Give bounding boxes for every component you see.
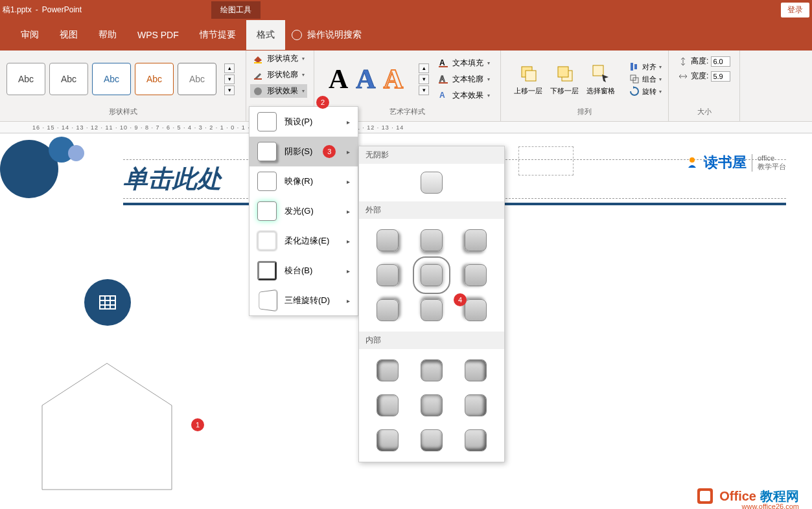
shadow-inner-8[interactable] [421,429,443,451]
shadow-inner-3[interactable] [465,359,487,381]
pen-icon [253,70,263,80]
tell-me-search[interactable]: 操作说明搜索 [292,29,362,41]
shadow-outer-8[interactable] [421,299,443,321]
shadow-outer-7[interactable] [377,299,399,321]
table-icon-circle[interactable] [84,279,131,326]
outer-header: 外部 [359,201,504,219]
menu-reflection[interactable]: 映像(R) ▸ [249,166,358,196]
bring-forward-icon [518,63,539,84]
text-outline-button[interactable]: A文本轮廓▾ [435,73,493,86]
doc-name: 稿1.pptx [3,5,32,16]
bring-forward-button[interactable]: 上移一层 [511,62,545,97]
shadow-none[interactable] [421,172,443,194]
ruler[interactable]: 16 · 15 · 14 · 13 · 12 · 11 · 10 · 9 · 8… [0,122,812,133]
shadow-outer-5[interactable] [421,264,443,286]
spin-up-icon[interactable]: ▴ [224,63,235,73]
shape-outline-button[interactable]: 形状轮廓 ▾ [250,68,307,82]
spin-up-icon[interactable]: ▴ [419,63,429,73]
wordart-style-2[interactable]: A [356,63,375,95]
spin-down-icon[interactable]: ▾ [419,74,429,84]
bevel-icon [257,261,277,280]
group-arrange: 上移一层 下移一层 选择窗格 对齐▾ 组合▾ 旋转▾ 排列 [501,51,669,121]
menu-bevel[interactable]: 棱台(B) ▸ [249,256,358,286]
spin-down-icon[interactable]: ▾ [224,74,235,84]
text-effects-button[interactable]: A文本效果▾ [435,89,493,102]
shadow-inner-5[interactable] [421,394,443,416]
shadow-outer-9[interactable] [465,299,487,321]
step-badge-3: 3 [323,145,336,158]
menu-soft-edges[interactable]: 柔化边缘(E) ▸ [249,226,358,256]
watermark-url: www.office26.com [742,503,799,509]
shape-style-1[interactable]: Abc [6,63,45,95]
menu-3d-rotation[interactable]: 三维旋转(D) ▸ [249,286,358,315]
wordart-spinner[interactable]: ▴ ▾ ▾ [419,63,429,95]
style-gallery-spinner[interactable]: ▴ ▾ ▾ [224,63,235,95]
tell-me-label: 操作说明搜索 [307,29,362,41]
shadow-inner-4[interactable] [377,394,399,416]
shadow-outer-1[interactable] [377,229,399,251]
shadow-outer-6[interactable] [465,264,487,286]
placeholder-1[interactable] [518,146,574,175]
text-fill-button[interactable]: A文本填充▾ [435,56,493,70]
wordart-gallery[interactable]: A A A [318,58,413,100]
wordart-style-3[interactable]: A [384,63,403,95]
shadow-inner-9[interactable] [465,429,487,451]
shape-effects-menu: 预设(P) ▸ 阴影(S) 3 ▸ 映像(R) ▸ 发光(G) ▸ 柔化边缘(E… [249,106,358,316]
group-button[interactable]: 组合▾ [629,74,662,84]
shadow-outer-4[interactable] [377,264,399,286]
tab-wps[interactable]: WPS PDF [127,21,189,49]
shadow-outer-2[interactable] [421,229,443,251]
shape-style-4[interactable]: Abc [135,63,174,95]
rotate-button[interactable]: 旋转▾ [629,86,662,96]
preset-icon [257,112,277,131]
selection-pane-button[interactable]: 选择窗格 [584,62,618,97]
bulb-icon [292,30,302,40]
tab-format[interactable]: 格式 [246,20,285,50]
svg-text:A: A [439,58,445,67]
effects-icon [253,86,263,96]
shape-style-gallery[interactable]: Abc Abc Abc Abc Abc [4,60,219,98]
text-fill-icon: A [438,58,448,68]
submenu-arrow-icon: ▸ [347,119,350,126]
shadow-inner-6[interactable] [465,394,487,416]
menu-preset[interactable]: 预设(P) ▸ [249,107,358,137]
inner-header: 内部 [359,332,504,349]
shape-style-2[interactable]: Abc [49,63,88,95]
submenu-arrow-icon: ▸ [347,178,350,185]
pentagon-shape[interactable] [39,360,175,496]
spin-more-icon[interactable]: ▾ [419,85,429,95]
height-icon [678,56,688,67]
login-button[interactable]: 登录 [781,3,809,17]
shape-style-3[interactable]: Abc [92,63,131,95]
shadow-inner-2[interactable] [421,359,443,381]
menu-glow[interactable]: 发光(G) ▸ [249,196,358,226]
svg-rect-4 [439,66,448,67]
text-outline-icon: A [438,74,448,84]
tab-review[interactable]: 审阅 [10,20,49,50]
shape-fill-button[interactable]: 形状填充 ▾ [250,52,307,65]
rotation-3d-icon [259,289,278,311]
tab-story[interactable]: 情节提要 [189,20,246,50]
contextual-tab[interactable]: 绘图工具 [211,1,261,19]
submenu-arrow-icon: ▸ [347,208,350,215]
shadow-outer-3[interactable] [465,229,487,251]
wordart-style-1[interactable]: A [329,63,348,95]
step-badge-2: 2 [316,96,329,109]
send-backward-button[interactable]: 下移一层 [548,62,581,97]
height-input[interactable]: 6.0 [711,56,730,67]
shadow-inner-7[interactable] [377,429,399,451]
align-button[interactable]: 对齐▾ [629,62,662,72]
rotate-icon [629,86,640,96]
width-icon [678,71,688,82]
tab-view[interactable]: 视图 [49,20,88,50]
group-icon [629,74,640,84]
spin-more-icon[interactable]: ▾ [224,85,235,95]
width-input[interactable]: 5.9 [711,71,730,82]
tabbar: 审阅 视图 帮助 WPS PDF 情节提要 格式 操作说明搜索 [0,19,812,51]
menu-shadow[interactable]: 阴影(S) 3 ▸ [249,137,358,166]
shape-effects-button[interactable]: 形状效果 ▾ [250,84,307,98]
shadow-inner-1[interactable] [377,359,399,381]
shape-style-5[interactable]: Abc [178,63,216,95]
logo-icon [683,153,701,172]
tab-help[interactable]: 帮助 [88,20,127,50]
